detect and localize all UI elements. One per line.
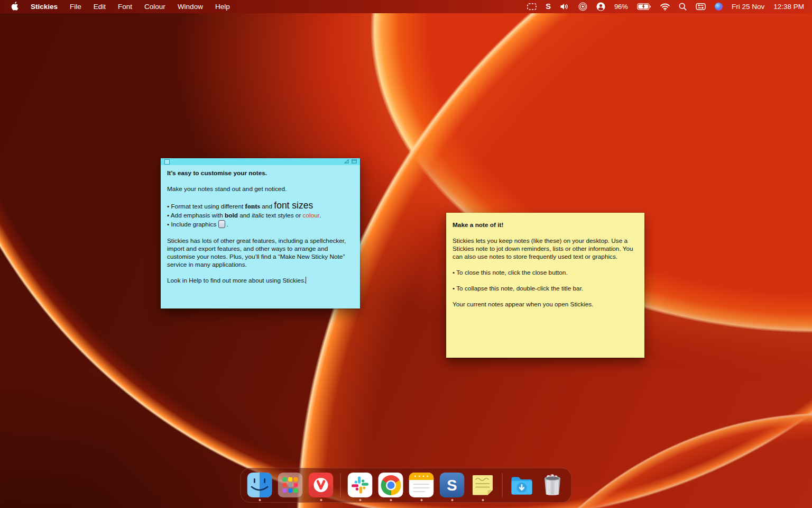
running-indicator	[359, 499, 361, 501]
text-cursor	[306, 277, 306, 284]
menu-font[interactable]: Font	[118, 3, 132, 11]
dock-divider	[502, 473, 503, 497]
close-box-icon[interactable]	[164, 159, 170, 165]
note-heading: Make a note of it!	[453, 221, 638, 229]
note-text-area[interactable]: Make a note of it! Stickies lets you kee…	[446, 213, 644, 309]
wifi-icon[interactable]	[660, 3, 670, 11]
note-paragraph: Stickies lets you keep notes (like these…	[453, 237, 638, 261]
dock-item-chrome[interactable]	[379, 473, 403, 497]
menu-colour[interactable]: Colour	[144, 3, 165, 11]
dock-item-launchpad[interactable]	[278, 473, 303, 497]
trash-full-icon	[540, 473, 565, 497]
dock-item-notes[interactable]	[409, 473, 434, 497]
sticky-note-blue[interactable]: It’s easy to customise your notes. Make …	[161, 158, 360, 309]
bold-sample-text: bold	[225, 212, 238, 219]
user-account-icon[interactable]	[596, 2, 605, 11]
launchpad-icon	[278, 473, 303, 497]
italic-sample-text: italic	[252, 212, 264, 219]
menu-file[interactable]: File	[70, 3, 81, 11]
bullet-close-text: • To close this note, click the close bu…	[453, 269, 638, 277]
menu-bar: Stickies File Edit Font Colour Window He…	[0, 0, 812, 13]
running-indicator	[482, 499, 484, 501]
grow-triangle-icon[interactable]	[344, 159, 349, 164]
bullet-graphics-text: • Include graphics .	[167, 220, 354, 229]
note-bullet-list: • Format text using different fonts and …	[167, 201, 354, 229]
menu-bar-date[interactable]: Fri 25 Nov	[732, 3, 764, 11]
notes-icon	[409, 473, 434, 497]
dock-divider	[340, 473, 341, 497]
running-indicator	[390, 499, 392, 501]
desktop-wallpaper	[0, 0, 812, 508]
siri-icon[interactable]	[715, 3, 723, 11]
menu-bar-time[interactable]: 12:38 PM	[773, 3, 804, 11]
broadcast-icon[interactable]	[578, 2, 587, 11]
window-manager-icon[interactable]	[527, 3, 537, 10]
apple-menu[interactable]	[11, 2, 19, 12]
colour-sample-text: colour	[303, 212, 319, 219]
dock-item-slack[interactable]	[348, 473, 373, 497]
running-indicator	[259, 499, 261, 501]
bullet-emphasis-text: • Add emphasis with bold and italic text…	[167, 211, 354, 220]
snagit-icon: S	[440, 473, 465, 497]
dock-item-downloads-folder[interactable]	[510, 473, 534, 497]
bullet-collapse-text: • To collapse this note, double-click th…	[453, 285, 638, 293]
menu-help[interactable]: Help	[215, 3, 230, 11]
note-text-area[interactable]: It’s easy to customise your notes. Make …	[161, 165, 360, 285]
note-paragraph: Stickies has lots of other great feature…	[167, 237, 354, 269]
font-sizes-sample-text: font sizes	[274, 200, 313, 211]
collapse-window-icon[interactable]	[352, 159, 357, 164]
apple-icon	[11, 2, 19, 11]
dock-item-finder[interactable]	[247, 473, 272, 497]
fonts-sample-text: fonts	[245, 202, 261, 210]
app-menu-stickies[interactable]: Stickies	[31, 3, 58, 11]
battery-icon[interactable]	[637, 3, 651, 10]
note-paragraph: Make your notes stand out and get notice…	[167, 185, 354, 193]
downloads-folder-icon	[510, 473, 534, 497]
battery-percentage[interactable]: 96%	[614, 3, 628, 11]
finder-icon	[247, 473, 272, 497]
running-indicator	[451, 499, 453, 501]
sticky-note-yellow[interactable]: Make a note of it! Stickies lets you kee…	[446, 213, 644, 358]
stickies-icon	[470, 473, 495, 497]
vivaldi-icon	[309, 473, 334, 497]
note-heading: It’s easy to customise your notes.	[167, 169, 354, 177]
note-paragraph: Your current notes appear when you open …	[453, 301, 638, 309]
note-footer-line: Look in Help to find out more about usin…	[167, 277, 354, 285]
menu-edit[interactable]: Edit	[94, 3, 106, 11]
spotlight-search-icon[interactable]	[679, 3, 687, 11]
running-indicator	[320, 499, 322, 501]
snagit-menu-icon[interactable]: S	[546, 3, 551, 11]
svg-text:S: S	[447, 477, 457, 494]
dock-item-vivaldi[interactable]	[309, 473, 334, 497]
note-title-bar[interactable]	[161, 158, 360, 165]
embedded-graphic-icon	[218, 220, 225, 228]
menu-window[interactable]: Window	[178, 3, 203, 11]
control-center-icon[interactable]	[696, 3, 706, 10]
volume-icon[interactable]	[560, 3, 569, 10]
slack-icon	[348, 473, 373, 497]
dock: S	[241, 468, 572, 503]
running-indicator	[420, 499, 422, 501]
dock-item-trash[interactable]	[540, 473, 565, 497]
bullet-format-text: • Format text using different fonts and …	[167, 201, 354, 211]
dock-item-snagit[interactable]: S	[440, 473, 465, 497]
dock-item-stickies[interactable]	[470, 473, 495, 497]
chrome-icon	[379, 473, 403, 497]
